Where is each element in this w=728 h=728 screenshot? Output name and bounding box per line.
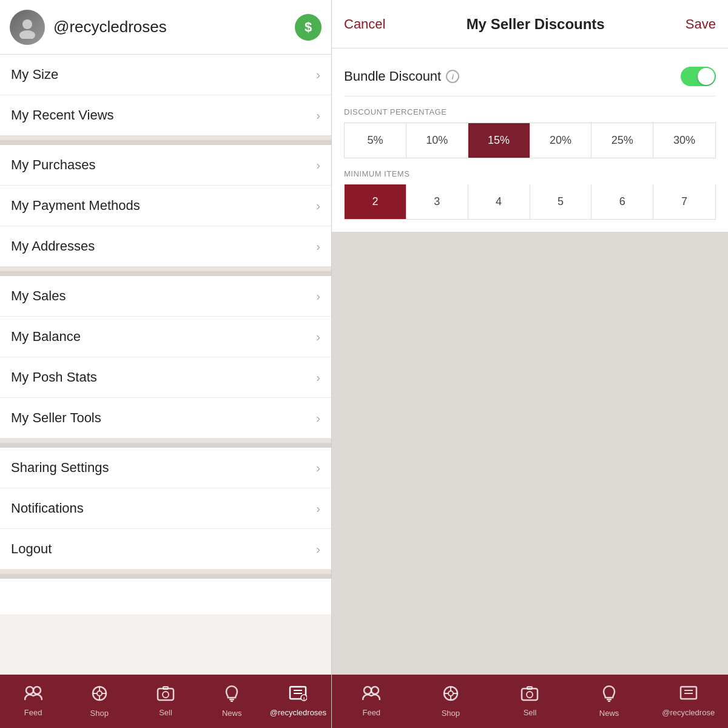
menu-item-my-purchases[interactable]: My Purchases ›: [0, 145, 331, 186]
discount-option-5[interactable]: 5%: [345, 123, 406, 158]
left-panel: @recycledroses $ My Size › My Recent Vie…: [0, 0, 332, 728]
nav-item-feed[interactable]: Feed: [0, 675, 66, 728]
bundle-discount-label: Bundle Discount i: [344, 69, 459, 84]
svg-point-11: [163, 692, 169, 698]
min-items-option-6[interactable]: 6: [592, 184, 653, 219]
section-divider: [0, 140, 331, 145]
menu-item-my-size[interactable]: My Size ›: [0, 55, 331, 95]
dollar-badge[interactable]: $: [295, 14, 322, 41]
svg-point-1: [19, 30, 35, 39]
partial-menu-item: [0, 579, 331, 615]
nav-label-profile: @recycledroses: [270, 708, 326, 717]
min-items-option-3[interactable]: 3: [406, 184, 468, 219]
min-items-option-2[interactable]: 2: [345, 184, 406, 219]
svg-point-21: [371, 687, 379, 694]
news-icon: [224, 685, 240, 706]
min-items-option-4[interactable]: 4: [468, 184, 530, 219]
discount-option-10[interactable]: 10%: [406, 123, 468, 158]
discount-percentage-label: DISCOUNT PERCENTAGE: [344, 107, 716, 116]
menu-item-my-sales[interactable]: My Sales ›: [0, 276, 331, 317]
chevron-icon: ›: [316, 411, 320, 425]
chevron-icon: ›: [316, 109, 320, 123]
menu-item-my-seller-tools[interactable]: My Seller Tools ›: [0, 398, 331, 438]
profile-header: @recycledroses $: [0, 0, 331, 55]
avatar[interactable]: [10, 10, 45, 45]
menu-item-my-addresses[interactable]: My Addresses ›: [0, 226, 331, 266]
chevron-icon: ›: [316, 461, 320, 475]
nav-item-sell[interactable]: Sell: [132, 675, 198, 728]
min-items-option-7[interactable]: 7: [653, 184, 715, 219]
chevron-icon: ›: [316, 542, 320, 556]
nav-item-news[interactable]: News: [199, 675, 265, 728]
svg-point-3: [33, 687, 41, 694]
left-bottom-nav: Feed Shop: [0, 675, 331, 728]
chevron-icon: ›: [316, 158, 320, 172]
menu-item-sharing-settings[interactable]: Sharing Settings ›: [0, 448, 331, 488]
chevron-icon: ›: [316, 68, 320, 82]
sell-icon: [157, 686, 175, 706]
profile-icon: i: [289, 686, 307, 706]
svg-point-23: [448, 691, 453, 696]
chevron-icon: ›: [316, 502, 320, 516]
svg-rect-10: [158, 689, 174, 700]
right-header: Cancel My Seller Discounts Save: [332, 0, 728, 49]
shop-icon: [91, 685, 108, 706]
right-gray-area: [332, 232, 728, 675]
cancel-button[interactable]: Cancel: [344, 16, 385, 32]
toggle-knob: [698, 68, 715, 85]
chevron-icon: ›: [316, 371, 320, 385]
right-nav-item-news[interactable]: News: [570, 675, 649, 728]
svg-point-0: [22, 19, 32, 29]
feed-icon: [24, 686, 42, 706]
discount-option-20[interactable]: 20%: [530, 123, 592, 158]
right-nav-item-profile[interactable]: @recycledrose: [649, 675, 728, 728]
right-feed-icon: [362, 686, 380, 706]
discount-percentage-grid: 5% 10% 15% 20% 25% 30%: [344, 123, 716, 158]
chevron-icon: ›: [316, 330, 320, 344]
bundle-discount-text: Bundle Discount: [344, 69, 441, 84]
discount-option-25[interactable]: 25%: [592, 123, 653, 158]
min-items-option-5[interactable]: 5: [530, 184, 592, 219]
svg-point-2: [26, 687, 33, 694]
nav-item-profile[interactable]: i @recycledroses: [265, 675, 331, 728]
menu-item-logout[interactable]: Logout ›: [0, 529, 331, 569]
info-icon[interactable]: i: [446, 70, 459, 83]
section-divider: [0, 574, 331, 579]
chevron-icon: ›: [316, 289, 320, 303]
nav-label-sell: Sell: [159, 708, 172, 717]
right-bottom-nav: Feed Shop: [332, 675, 728, 728]
nav-label-shop: Shop: [90, 709, 109, 718]
svg-point-20: [364, 687, 371, 694]
section-divider: [0, 443, 331, 448]
bundle-discount-toggle[interactable]: [681, 67, 716, 86]
svg-rect-28: [522, 689, 538, 700]
menu-item-my-payment-methods[interactable]: My Payment Methods ›: [0, 186, 331, 226]
section-divider: [0, 271, 331, 276]
right-panel: Cancel My Seller Discounts Save Bundle D…: [332, 0, 728, 728]
right-nav-item-feed[interactable]: Feed: [332, 675, 411, 728]
save-button[interactable]: Save: [686, 16, 716, 32]
menu-item-my-balance[interactable]: My Balance ›: [0, 317, 331, 357]
left-menu-scroll: My Size › My Recent Views › My Purchases…: [0, 55, 331, 675]
discount-option-15[interactable]: 15%: [468, 123, 530, 158]
right-sell-icon: [521, 686, 539, 706]
menu-item-my-recent-views[interactable]: My Recent Views ›: [0, 95, 331, 135]
page-title: My Seller Discounts: [467, 16, 605, 33]
menu-item-my-posh-stats[interactable]: My Posh Stats ›: [0, 357, 331, 398]
right-nav-item-sell[interactable]: Sell: [490, 675, 570, 728]
right-nav-label-news: News: [599, 709, 619, 718]
discount-option-30[interactable]: 30%: [653, 123, 715, 158]
svg-point-5: [97, 691, 102, 696]
nav-label-feed: Feed: [24, 708, 42, 717]
menu-group-2: My Purchases › My Payment Methods › My A…: [0, 145, 331, 271]
svg-text:i: i: [303, 696, 305, 701]
nav-item-shop[interactable]: Shop: [66, 675, 132, 728]
right-nav-label-feed: Feed: [362, 708, 380, 717]
right-profile-icon: [679, 686, 698, 706]
minimum-items-label: MINIMUM ITEMS: [344, 169, 716, 178]
right-nav-item-shop[interactable]: Shop: [411, 675, 491, 728]
chevron-icon: ›: [316, 240, 320, 254]
right-news-icon: [601, 685, 617, 706]
menu-group-3: My Sales › My Balance › My Posh Stats › …: [0, 276, 331, 443]
menu-item-notifications[interactable]: Notifications ›: [0, 488, 331, 529]
